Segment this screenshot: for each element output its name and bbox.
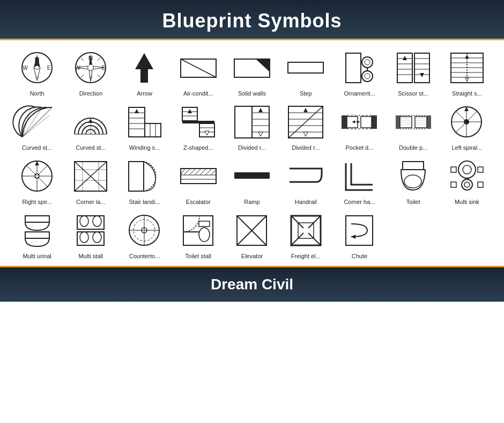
svg-marker-66	[88, 119, 93, 123]
svg-rect-202	[346, 216, 373, 245]
svg-line-157	[181, 169, 185, 175]
svg-point-170	[464, 182, 470, 187]
symbol-ornament: Ornament...	[333, 46, 386, 98]
left-spiral-icon	[446, 102, 488, 142]
svg-marker-22	[135, 53, 153, 83]
straight-stair-label: Straight s...	[452, 90, 482, 97]
svg-line-141	[37, 176, 48, 187]
svg-rect-175	[478, 182, 483, 187]
symbol-multi-sink: Multi sink	[441, 154, 493, 206]
corner-handrail-label: Corner ha...	[344, 199, 375, 205]
ornament-label: Ornament...	[344, 90, 375, 97]
svg-point-169	[462, 179, 472, 190]
svg-text:E: E	[47, 65, 50, 71]
multi-sink-label: Multi sink	[455, 199, 479, 205]
svg-line-159	[189, 169, 196, 175]
svg-line-19	[98, 58, 100, 61]
arrow-label: Arrow	[137, 90, 152, 97]
divided-r2-icon	[284, 102, 327, 142]
ramp-icon	[231, 156, 273, 196]
svg-line-129	[456, 111, 466, 122]
symbol-divided-r2: Divided r...	[279, 100, 332, 152]
svg-line-199	[308, 216, 321, 228]
svg-rect-68	[145, 123, 161, 137]
symbol-north: N S W E North	[11, 46, 63, 98]
svg-point-191	[199, 228, 210, 242]
svg-rect-102	[372, 115, 377, 129]
multi-urinal-label: Multi urinal	[23, 253, 51, 259]
multi-sink-icon	[446, 156, 488, 196]
curved-stair1-icon	[16, 102, 58, 142]
svg-point-180	[93, 216, 101, 227]
symbol-multi-urinal: Multi urinal	[11, 208, 63, 260]
svg-point-166	[404, 175, 421, 188]
curved-stair1-label: Curved st...	[22, 144, 52, 151]
double-pocket-icon	[392, 102, 435, 142]
solid-walls-icon	[231, 48, 273, 88]
symbol-ramp: Ramp	[226, 154, 278, 206]
svg-text:W: W	[23, 65, 28, 71]
symbol-right-spiral: Right spir...	[11, 154, 63, 206]
svg-point-182	[80, 232, 88, 243]
svg-rect-176	[25, 216, 49, 222]
toilet-stall-label: Toilet stall	[186, 253, 211, 259]
svg-point-168	[463, 165, 471, 174]
svg-rect-164	[234, 172, 270, 179]
countertop-label: Counterto...	[129, 253, 160, 259]
svg-marker-108	[357, 120, 360, 123]
symbol-left-spiral: Left spiral...	[441, 100, 493, 152]
svg-line-197	[291, 216, 303, 228]
svg-marker-91	[258, 108, 263, 112]
ac-icon	[177, 48, 220, 88]
empty-cell	[387, 208, 440, 260]
corner-landing-icon	[69, 156, 112, 196]
svg-line-137	[26, 165, 37, 176]
left-spiral-label: Left spiral...	[451, 144, 482, 151]
svg-line-139	[37, 165, 48, 176]
main-content: N S W E North	[0, 40, 504, 266]
svg-rect-28	[346, 53, 361, 83]
north-icon: N S W E	[16, 48, 58, 88]
symbol-toilet-stall: Toilet stall	[172, 208, 225, 260]
straight-stair-icon	[446, 48, 488, 88]
svg-line-161	[200, 169, 206, 175]
svg-rect-101	[342, 115, 347, 129]
divided-r2-label: Divided r...	[292, 144, 320, 151]
svg-marker-26	[256, 59, 270, 72]
symbol-ac: Air-condit...	[172, 46, 225, 98]
chute-label: Chute	[352, 253, 367, 259]
winding-stair-label: Winding s...	[129, 144, 160, 151]
svg-line-163	[211, 170, 216, 175]
multi-stall-icon	[69, 210, 112, 251]
svg-point-31	[362, 71, 373, 82]
right-spiral-icon	[16, 156, 58, 196]
symbol-curved-stair1: Curved st...	[11, 100, 63, 152]
ramp-label: Ramp	[244, 199, 260, 205]
pocket-door-icon	[338, 102, 381, 142]
toilet-stall-icon	[177, 210, 220, 251]
right-spiral-label: Right spir...	[23, 199, 52, 205]
svg-point-29	[362, 57, 373, 68]
svg-line-24	[181, 59, 216, 77]
symbol-curved-stair2: Curved st...	[64, 100, 117, 152]
symbol-freight-elevator: Freight el...	[279, 208, 332, 260]
double-pocket-label: Double p...	[399, 144, 427, 151]
svg-rect-37	[414, 53, 429, 83]
curved-stair2-icon	[69, 102, 112, 142]
svg-line-21	[98, 75, 100, 77]
symbol-multi-stall: Multi stall	[64, 208, 117, 260]
symbol-corner-landing: Corner la...	[64, 154, 117, 206]
multi-stall-label: Multi stall	[78, 253, 103, 259]
elevator-label: Elevator	[241, 253, 263, 259]
svg-rect-174	[478, 167, 483, 172]
symbol-step: Step	[279, 46, 332, 98]
svg-line-200	[291, 233, 303, 245]
winding-stair-icon	[123, 102, 166, 142]
north-label: North	[30, 90, 45, 97]
symbol-arrow: Arrow	[118, 46, 171, 98]
svg-marker-92	[258, 132, 263, 136]
symbol-solid-walls: Solid walls	[226, 46, 278, 98]
svg-line-158	[184, 169, 190, 175]
toilet-icon	[392, 156, 435, 196]
ornament-icon	[338, 48, 381, 88]
